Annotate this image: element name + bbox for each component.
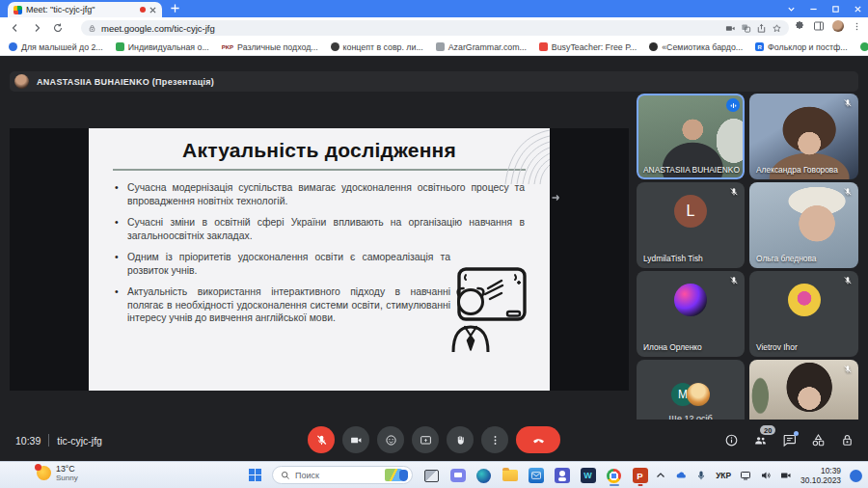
decorative-arcs bbox=[486, 128, 550, 184]
slide-bullet: Сучасні зміни в освітній сфері України в… bbox=[115, 216, 525, 242]
participant-tile[interactable]: Ольга бледнова bbox=[749, 182, 858, 268]
start-button[interactable] bbox=[249, 469, 261, 481]
camera-in-use-icon[interactable] bbox=[780, 470, 792, 481]
bookmarks-bar: Для малышей до 2... Индивидуальная о... … bbox=[0, 39, 868, 56]
participant-tile[interactable]: Илона Орленко bbox=[637, 271, 745, 357]
new-tab-button[interactable] bbox=[170, 3, 180, 14]
participants-button[interactable]: 20 bbox=[753, 433, 768, 447]
tab-capture-icon[interactable] bbox=[725, 23, 736, 34]
share-icon[interactable] bbox=[756, 23, 767, 34]
bookmark-item[interactable]: концепт в совр. ли... bbox=[331, 42, 423, 52]
divider bbox=[48, 434, 49, 447]
bookmark-item[interactable]: «Семиотика бардо... bbox=[649, 42, 743, 52]
participant-tile[interactable]: ANASTASIIA BUHAIENKO bbox=[637, 94, 745, 179]
bookmark-item[interactable]: BusyTeacher: Free P... bbox=[539, 42, 637, 52]
bookmark-item[interactable]: AzarGrammar.com... bbox=[436, 42, 527, 52]
teacher-illustration-icon bbox=[434, 263, 530, 352]
bookmark-favicon-text: PKP bbox=[222, 44, 233, 50]
mic-off-icon bbox=[843, 98, 853, 108]
bookmark-favicon-icon bbox=[539, 42, 548, 51]
more-options-button[interactable] bbox=[481, 426, 508, 453]
slide-title: Актуальність дослідження bbox=[89, 139, 550, 162]
participant-avatar: L bbox=[674, 195, 707, 228]
chrome-app-button[interactable] bbox=[605, 464, 623, 487]
translate-icon[interactable] bbox=[741, 23, 751, 34]
participant-avatar bbox=[674, 284, 707, 316]
participant-tile[interactable]: Александра Говорова bbox=[749, 94, 858, 179]
weather-condition: Sunny bbox=[56, 474, 78, 482]
weather-sun-icon bbox=[37, 466, 51, 480]
reactions-button[interactable] bbox=[377, 426, 404, 453]
participant-avatar bbox=[788, 284, 821, 316]
participant-tile[interactable]: L LydmilaTish Tish bbox=[637, 182, 745, 268]
file-explorer-button[interactable] bbox=[501, 464, 519, 487]
window-menu-chevron-icon[interactable] bbox=[787, 5, 796, 14]
onedrive-cloud-icon[interactable] bbox=[675, 470, 687, 481]
tray-clock[interactable]: 10:39 30.10.2023 bbox=[800, 466, 841, 486]
participant-tile[interactable]: Наіля Хайруліна bbox=[749, 360, 858, 424]
mic-off-icon bbox=[729, 187, 739, 197]
chat-app-button[interactable] bbox=[448, 464, 467, 487]
camera-button[interactable] bbox=[342, 426, 369, 453]
meet-main-area: ANASTASIIA BUHAIENKO (Презентація) Актуа… bbox=[0, 56, 868, 461]
slide-bullet: Актуальність використання інтерактивного… bbox=[115, 285, 450, 325]
forward-button[interactable] bbox=[31, 22, 42, 34]
w-app-button[interactable]: W bbox=[579, 464, 597, 487]
mic-off-icon bbox=[843, 365, 853, 374]
raise-hand-button[interactable] bbox=[447, 426, 474, 453]
bookmark-item[interactable]: Для малышей до 2... bbox=[9, 42, 103, 52]
presentation-slide: Актуальність дослідження Сучасна модерні… bbox=[89, 128, 550, 391]
notification-badge-icon[interactable] bbox=[850, 470, 862, 482]
powerpoint-app-button[interactable]: P bbox=[631, 464, 649, 487]
browser-app-button[interactable] bbox=[475, 464, 493, 487]
tab-title: Meet: "tic-cyjc-jfg" bbox=[26, 5, 136, 14]
extensions-puzzle-icon[interactable] bbox=[794, 20, 805, 32]
bookmark-item[interactable]: PKPРазличные подход... bbox=[222, 42, 318, 52]
back-button[interactable] bbox=[10, 22, 21, 34]
tray-date: 30.10.2023 bbox=[800, 475, 841, 486]
activities-button[interactable] bbox=[811, 433, 826, 447]
bookmark-item[interactable]: СЕМІОТИЧНИЙ М... bbox=[860, 42, 868, 52]
end-call-button[interactable] bbox=[516, 426, 560, 453]
reload-button[interactable] bbox=[52, 22, 64, 34]
bookmark-item[interactable]: Индивидуальная о... bbox=[116, 42, 209, 52]
more-participants-tile[interactable]: M Ще 12 осіб bbox=[637, 360, 745, 424]
presenter-banner: ANASTASIIA BUHAIENKO (Презентація) bbox=[10, 71, 858, 92]
chat-button[interactable] bbox=[782, 433, 797, 447]
participants-count-badge: 20 bbox=[760, 425, 775, 435]
profile-avatar[interactable] bbox=[832, 20, 844, 32]
search-input[interactable] bbox=[295, 471, 380, 480]
host-controls-button[interactable] bbox=[840, 433, 854, 447]
microphone-tray-icon[interactable] bbox=[695, 470, 707, 481]
bookmark-favicon-text: R bbox=[755, 42, 764, 51]
chat-notification-dot bbox=[794, 431, 799, 436]
mic-mute-button[interactable] bbox=[308, 426, 335, 453]
meeting-details-button[interactable] bbox=[724, 433, 739, 447]
side-panel-icon[interactable] bbox=[813, 20, 825, 32]
window-maximize-button[interactable] bbox=[831, 5, 840, 14]
browser-tab[interactable]: Meet: "tic-cyjc-jfg" bbox=[8, 2, 162, 17]
mail-app-button[interactable] bbox=[527, 464, 545, 487]
taskbar-search[interactable] bbox=[272, 466, 413, 484]
display-cast-icon[interactable] bbox=[740, 470, 751, 481]
language-indicator[interactable]: УКР bbox=[716, 471, 731, 480]
teams-app-button[interactable] bbox=[553, 464, 571, 487]
browser-menu-kebab-icon[interactable] bbox=[852, 21, 862, 32]
participant-tile[interactable]: Vietrov Ihor bbox=[749, 271, 858, 357]
bookmark-star-icon[interactable] bbox=[772, 23, 782, 34]
address-bar[interactable]: meet.google.com/tic-cyjc-jfg bbox=[81, 20, 789, 36]
search-highlight-blob bbox=[399, 470, 408, 481]
cursor-arrow-icon bbox=[551, 192, 562, 203]
slide-bullet: Одним із пріоритетів удосконалення освіт… bbox=[115, 251, 450, 277]
tray-expand-chevron-icon[interactable] bbox=[655, 470, 666, 481]
present-button[interactable] bbox=[412, 426, 439, 453]
bookmark-item[interactable]: RФольклор и постф... bbox=[755, 42, 848, 52]
task-view-button[interactable] bbox=[422, 464, 441, 487]
tab-close-icon[interactable] bbox=[149, 7, 156, 14]
volume-icon[interactable] bbox=[760, 470, 772, 481]
slide-bullet: Сучасна модернізація суспільства вимагає… bbox=[115, 181, 525, 207]
window-minimize-button[interactable] bbox=[809, 5, 818, 14]
overflow-avatars: M bbox=[671, 383, 710, 406]
weather-widget[interactable]: 13°C Sunny bbox=[37, 464, 78, 482]
window-close-button[interactable] bbox=[854, 5, 862, 14]
